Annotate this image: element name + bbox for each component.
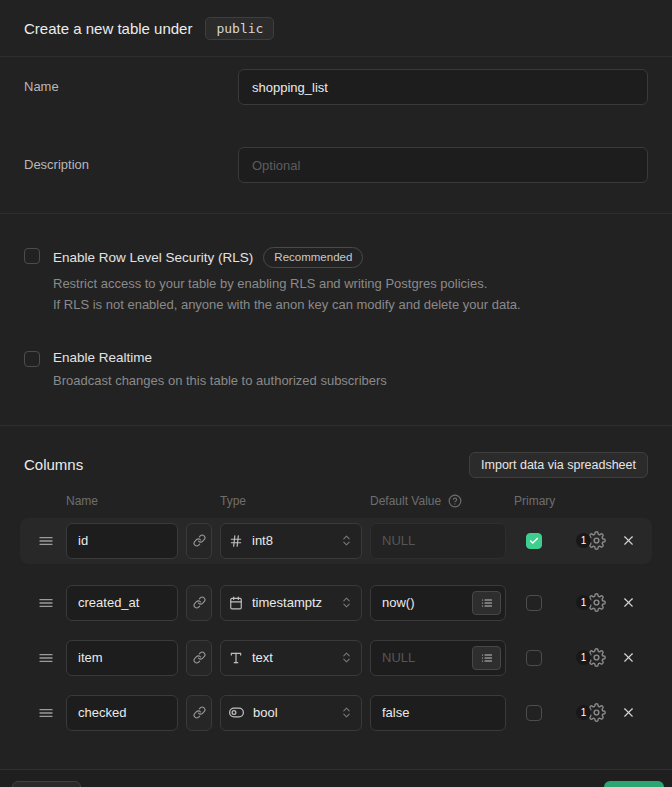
link-icon bbox=[193, 534, 206, 547]
header-name: Name bbox=[66, 494, 178, 508]
remove-column-button[interactable] bbox=[619, 648, 638, 667]
chevrons-up-down-icon bbox=[340, 706, 353, 719]
header-default-value: Default Value bbox=[370, 494, 441, 508]
foreign-key-button[interactable] bbox=[186, 585, 212, 621]
close-icon bbox=[621, 533, 636, 548]
remove-column-button[interactable] bbox=[619, 531, 638, 550]
realtime-description: Broadcast changes on this table to autho… bbox=[53, 370, 648, 391]
create-table-dialog: Create a new table under public Name Des… bbox=[0, 0, 672, 787]
column-name-input[interactable] bbox=[66, 523, 178, 559]
foreign-key-button[interactable] bbox=[186, 523, 212, 559]
chevrons-up-down-icon bbox=[340, 534, 353, 547]
list-icon bbox=[481, 652, 493, 664]
column-settings-button[interactable]: 1 bbox=[576, 593, 606, 612]
rls-option: Enable Row Level Security (RLS) Recommen… bbox=[24, 248, 648, 315]
column-type-select[interactable]: bool bbox=[220, 695, 362, 731]
drag-handle-icon[interactable] bbox=[34, 595, 58, 611]
foreign-key-button[interactable] bbox=[186, 640, 212, 676]
table-description-input[interactable] bbox=[238, 147, 648, 183]
table-options-section: Enable Row Level Security (RLS) Recommen… bbox=[0, 214, 672, 426]
realtime-option: Enable Realtime Broadcast changes on thi… bbox=[24, 351, 648, 391]
close-icon bbox=[621, 650, 636, 665]
column-settings-button[interactable]: 1 bbox=[576, 531, 606, 550]
link-icon bbox=[193, 596, 206, 609]
drag-handle-icon[interactable] bbox=[34, 533, 58, 549]
columns-header-row: Name Type Default Value Primary bbox=[20, 494, 652, 508]
columns-section: Columns Import data via spreadsheet Name… bbox=[0, 426, 672, 769]
name-row: Name bbox=[24, 69, 648, 105]
column-type-select[interactable]: int8 bbox=[220, 523, 362, 559]
dialog-title: Create a new table under bbox=[24, 20, 192, 37]
drag-handle-icon[interactable] bbox=[34, 650, 58, 666]
header-type: Type bbox=[220, 494, 362, 508]
primary-key-checkbox[interactable] bbox=[526, 595, 542, 611]
rls-label: Enable Row Level Security (RLS) bbox=[53, 250, 253, 265]
primary-key-checkbox[interactable] bbox=[526, 533, 542, 549]
column-settings-button[interactable]: 1 bbox=[576, 648, 606, 667]
drag-handle-icon[interactable] bbox=[34, 705, 58, 721]
chevrons-up-down-icon bbox=[340, 596, 353, 609]
recommended-badge: Recommended bbox=[263, 247, 363, 268]
name-label: Name bbox=[24, 69, 238, 94]
description-label: Description bbox=[24, 147, 238, 172]
column-row-checked: bool 1 bbox=[20, 690, 652, 736]
save-button[interactable]: Save bbox=[604, 781, 665, 787]
default-value-input bbox=[370, 523, 506, 559]
table-info-section: Name Description bbox=[0, 57, 672, 214]
dialog-footer: Cancel Save bbox=[0, 769, 672, 787]
link-icon bbox=[193, 651, 206, 664]
remove-column-button[interactable] bbox=[619, 593, 638, 612]
text-type-icon bbox=[229, 651, 243, 665]
table-name-input[interactable] bbox=[238, 69, 648, 105]
column-name-input[interactable] bbox=[66, 640, 178, 676]
primary-key-checkbox[interactable] bbox=[526, 705, 542, 721]
column-type-select[interactable]: timestamptz bbox=[220, 585, 362, 621]
link-icon bbox=[193, 706, 206, 719]
list-icon bbox=[481, 597, 493, 609]
description-row: Description bbox=[24, 147, 648, 183]
rls-description: Restrict access to your table by enablin… bbox=[53, 273, 648, 315]
default-value-input[interactable] bbox=[370, 695, 506, 731]
column-name-input[interactable] bbox=[66, 585, 178, 621]
import-spreadsheet-button[interactable]: Import data via spreadsheet bbox=[469, 452, 648, 478]
schema-chip: public bbox=[205, 17, 274, 40]
columns-title: Columns bbox=[24, 456, 83, 473]
remove-column-button[interactable] bbox=[619, 703, 638, 722]
column-row-created-at: timestamptz 1 bbox=[20, 580, 652, 626]
help-icon[interactable] bbox=[448, 494, 462, 508]
dialog-header: Create a new table under public bbox=[0, 0, 672, 57]
primary-key-checkbox[interactable] bbox=[526, 650, 542, 666]
close-icon bbox=[621, 595, 636, 610]
column-name-input[interactable] bbox=[66, 695, 178, 731]
column-settings-button[interactable]: 1 bbox=[576, 703, 606, 722]
hash-icon bbox=[229, 534, 243, 548]
calendar-icon bbox=[229, 596, 243, 610]
expression-list-button[interactable] bbox=[472, 646, 501, 670]
rls-checkbox[interactable] bbox=[24, 248, 40, 264]
column-row-id: int8 1 bbox=[20, 518, 652, 564]
chevrons-up-down-icon bbox=[340, 651, 353, 664]
column-row-item: text 1 bbox=[20, 635, 652, 681]
header-primary: Primary bbox=[514, 494, 554, 508]
cancel-button[interactable]: Cancel bbox=[12, 781, 81, 787]
toggle-icon bbox=[229, 705, 244, 720]
check-icon bbox=[529, 536, 539, 546]
realtime-checkbox[interactable] bbox=[24, 351, 40, 367]
expression-list-button[interactable] bbox=[472, 591, 501, 615]
column-type-select[interactable]: text bbox=[220, 640, 362, 676]
foreign-key-button[interactable] bbox=[186, 695, 212, 731]
realtime-label: Enable Realtime bbox=[53, 350, 152, 365]
close-icon bbox=[621, 705, 636, 720]
